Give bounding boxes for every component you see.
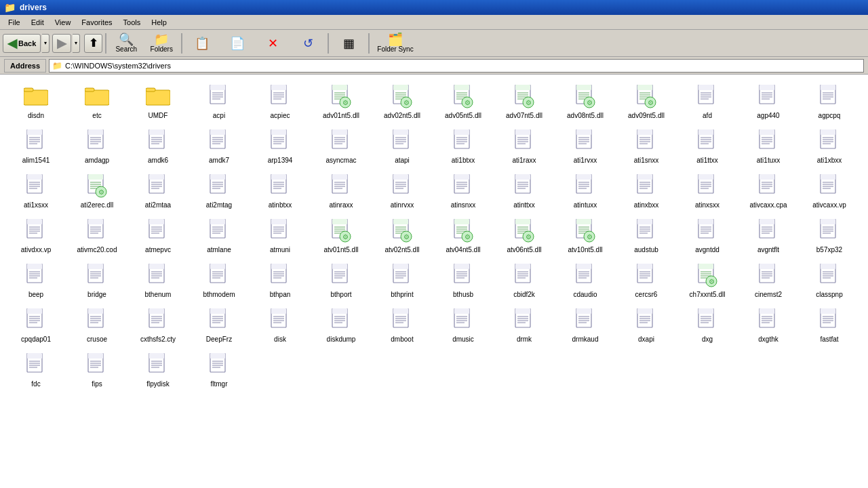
file-item[interactable]: ati2mtag [189, 169, 250, 214]
file-item[interactable]: atapi [372, 125, 433, 169]
menu-tools[interactable]: Tools [118, 17, 146, 28]
file-item[interactable]: b57xp32 [799, 214, 860, 259]
file-item[interactable]: ativmc20.cod [66, 214, 127, 259]
file-item[interactable]: fips [66, 348, 127, 393]
file-item[interactable]: ⚙ adv02nt5.dll [372, 80, 433, 125]
file-item[interactable]: diskdump [311, 304, 372, 348]
file-item[interactable]: ⚙ atv06nt5.dll [494, 214, 555, 259]
file-item[interactable]: ⚙ adv01nt5.dll [311, 80, 372, 125]
file-item[interactable]: DeepFrz [189, 304, 250, 348]
file-item[interactable]: atinrvxx [372, 169, 433, 214]
move-button[interactable]: 📋 [185, 35, 219, 52]
file-item[interactable]: ati1xbxx [799, 125, 860, 169]
file-item[interactable]: cinemst2 [738, 259, 799, 304]
file-item[interactable]: ati1tuxx [738, 125, 799, 169]
file-item[interactable]: dxgthk [738, 304, 799, 348]
file-item[interactable]: atmepvc [127, 214, 189, 259]
menu-view[interactable]: View [50, 17, 77, 28]
file-item[interactable]: amdk7 [189, 125, 250, 169]
file-item[interactable]: dmusic [433, 304, 494, 348]
file-item[interactable]: UMDF [127, 80, 189, 125]
file-item[interactable]: drmkaud [555, 304, 616, 348]
file-item[interactable]: ati1xsxx [5, 169, 66, 214]
file-item[interactable]: ⚙ atv01nt5.dll [311, 214, 372, 259]
file-item[interactable]: cbidf2k [494, 259, 555, 304]
copy-button[interactable]: 📄 [220, 35, 254, 52]
delete-button[interactable]: ✕ [256, 35, 290, 52]
file-item[interactable]: atinraxx [311, 169, 372, 214]
file-item[interactable]: ativcaxx.cpa [738, 169, 799, 214]
file-item[interactable]: audstub [616, 214, 677, 259]
file-item[interactable]: ⚙ adv09nt5.dll [616, 80, 677, 125]
search-button[interactable]: 🔍 Search [109, 31, 143, 55]
file-item[interactable]: cpqdap01 [5, 304, 66, 348]
file-item[interactable]: disdn [5, 80, 66, 125]
file-item[interactable]: atinxsxx [677, 169, 738, 214]
file-item[interactable]: ⚙ atv10nt5.dll [555, 214, 616, 259]
folder-sync-button[interactable]: 🗂️ Folder Sync [372, 31, 418, 55]
file-item[interactable]: fastfat [799, 304, 860, 348]
file-item[interactable]: etc [66, 80, 127, 125]
file-item[interactable]: acpiec [250, 80, 311, 125]
forward-dropdown[interactable]: ▾ [73, 34, 80, 53]
file-item[interactable]: agp440 [738, 80, 799, 125]
file-item[interactable]: dxapi [616, 304, 677, 348]
file-item[interactable]: bthprint [372, 259, 433, 304]
file-item[interactable]: avgntflt [738, 214, 799, 259]
file-item[interactable]: ati1rvxx [555, 125, 616, 169]
undo-button[interactable]: ↺ [291, 35, 325, 52]
menu-file[interactable]: File [3, 17, 26, 28]
file-item[interactable]: cxthsfs2.cty [127, 304, 189, 348]
file-item[interactable]: cercsr6 [616, 259, 677, 304]
file-item[interactable]: ⚙ ati2erec.dll [66, 169, 127, 214]
folders-button[interactable]: 📁 Folders [144, 31, 178, 55]
file-item[interactable]: afd [677, 80, 738, 125]
views-button[interactable]: ▦ [332, 35, 366, 52]
file-item[interactable]: atinsnxx [433, 169, 494, 214]
file-item[interactable]: fltmgr [189, 348, 250, 393]
file-item[interactable]: ⚙ ch7xxnt5.dll [677, 259, 738, 304]
file-item[interactable]: ativcaxx.vp [799, 169, 860, 214]
file-item[interactable]: bthpan [250, 259, 311, 304]
file-item[interactable]: beep [5, 259, 66, 304]
file-item[interactable]: ati1ttxx [677, 125, 738, 169]
file-item[interactable]: bthport [311, 259, 372, 304]
file-item[interactable]: bridge [66, 259, 127, 304]
file-item[interactable]: flpydisk [127, 348, 189, 393]
address-field[interactable]: 📁 C:\WINDOWS\system32\drivers [49, 59, 864, 73]
file-item[interactable]: dxg [677, 304, 738, 348]
file-item[interactable]: ⚙ adv07nt5.dll [494, 80, 555, 125]
file-item[interactable]: atinttxx [494, 169, 555, 214]
file-item[interactable]: avgntdd [677, 214, 738, 259]
file-item[interactable]: ati1snxx [616, 125, 677, 169]
file-item[interactable]: atinxbxx [616, 169, 677, 214]
file-item[interactable]: agpcpq [799, 80, 860, 125]
menu-help[interactable]: Help [146, 17, 172, 28]
menu-favorites[interactable]: Favorites [76, 17, 117, 28]
file-item[interactable]: cdaudio [555, 259, 616, 304]
file-item[interactable]: atinbtxx [250, 169, 311, 214]
file-item[interactable]: ati1btxx [433, 125, 494, 169]
up-button[interactable]: ⬆ [84, 34, 102, 53]
file-item[interactable]: fdc [5, 348, 66, 393]
file-item[interactable]: ati2mtaa [127, 169, 189, 214]
file-item[interactable]: amdk6 [127, 125, 189, 169]
file-item[interactable]: amdagp [66, 125, 127, 169]
forward-button[interactable]: ▶ [52, 34, 71, 53]
file-item[interactable]: ⚙ adv08nt5.dll [555, 80, 616, 125]
file-item[interactable]: bthmodem [189, 259, 250, 304]
file-item[interactable]: ati1raxx [494, 125, 555, 169]
file-item[interactable]: disk [250, 304, 311, 348]
file-item[interactable]: bthusb [433, 259, 494, 304]
file-item[interactable]: atmlane [189, 214, 250, 259]
file-item[interactable]: drmk [494, 304, 555, 348]
file-item[interactable]: ⚙ adv05nt5.dll [433, 80, 494, 125]
file-item[interactable]: ⚙ atv02nt5.dll [372, 214, 433, 259]
file-item[interactable]: alim1541 [5, 125, 66, 169]
file-item[interactable]: acpi [189, 80, 250, 125]
file-item[interactable]: atmuni [250, 214, 311, 259]
file-item[interactable]: crusoe [66, 304, 127, 348]
file-item[interactable]: ativdxx.vp [5, 214, 66, 259]
back-button[interactable]: ◀ Back [3, 34, 41, 53]
file-item[interactable]: classpnp [799, 259, 860, 304]
